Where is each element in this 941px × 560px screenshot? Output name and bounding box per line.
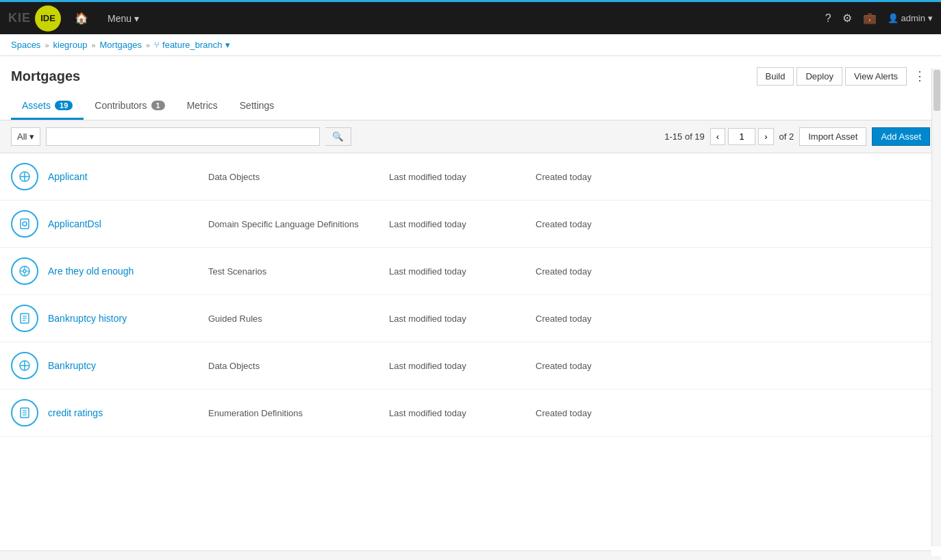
kie-logo: KIE IDE bbox=[8, 5, 61, 31]
asset-type: Test Scenarios bbox=[208, 266, 379, 277]
asset-name[interactable]: Applicant bbox=[48, 171, 199, 182]
svg-point-6 bbox=[23, 270, 26, 272]
search-button[interactable]: 🔍 bbox=[325, 127, 351, 146]
asset-type: Data Objects bbox=[208, 172, 379, 182]
tab-assets-badge: 19 bbox=[55, 101, 73, 110]
asset-created: Created today bbox=[536, 219, 592, 229]
horizontal-scrollbar[interactable] bbox=[0, 550, 931, 556]
kie-text: KIE bbox=[8, 11, 31, 25]
tabs-bar: Assets 19 Contributors 1 Metrics Setting… bbox=[0, 93, 941, 120]
search-input[interactable] bbox=[46, 127, 320, 146]
asset-created: Created today bbox=[536, 266, 592, 277]
prev-page-button[interactable]: ‹ bbox=[710, 128, 725, 145]
list-item: Bankruptcy history Guided Rules Last mod… bbox=[0, 295, 941, 342]
tab-contributors[interactable]: Contributors 1 bbox=[84, 93, 175, 120]
branch-chevron-icon: ▾ bbox=[225, 40, 230, 50]
list-item: ApplicantDsl Domain Specific Language De… bbox=[0, 201, 941, 248]
deploy-button[interactable]: Deploy bbox=[796, 67, 842, 86]
breadcrumb-sep-3: » bbox=[146, 41, 150, 49]
page-input[interactable] bbox=[728, 128, 755, 145]
asset-modified: Last modified today bbox=[389, 219, 526, 229]
tab-contributors-label: Contributors bbox=[95, 100, 147, 111]
build-button[interactable]: Build bbox=[757, 67, 794, 86]
briefcase-icon[interactable]: 💼 bbox=[863, 12, 877, 25]
breadcrumb-sep-1: » bbox=[45, 41, 49, 49]
ide-badge: IDE bbox=[35, 5, 61, 31]
breadcrumb-branch[interactable]: ⑂ feature_branch ▾ bbox=[154, 40, 229, 50]
page-title: Mortgages bbox=[11, 68, 80, 84]
branch-icon: ⑂ bbox=[154, 40, 160, 50]
tab-assets[interactable]: Assets 19 bbox=[11, 93, 84, 120]
asset-modified: Last modified today bbox=[389, 314, 526, 324]
breadcrumb-spaces[interactable]: Spaces bbox=[11, 40, 40, 50]
menu-button[interactable]: Menu ▾ bbox=[102, 10, 145, 27]
search-icon: 🔍 bbox=[332, 131, 344, 142]
user-chevron-icon: ▾ bbox=[928, 13, 933, 23]
asset-icon-guided-rule bbox=[11, 305, 38, 332]
page-nav: ‹ › bbox=[710, 128, 774, 145]
tab-metrics-label: Metrics bbox=[187, 100, 218, 111]
asset-name[interactable]: Bankruptcy bbox=[48, 360, 199, 371]
menu-chevron-icon: ▾ bbox=[134, 13, 139, 24]
tab-settings[interactable]: Settings bbox=[229, 93, 286, 120]
header-buttons: Build Deploy View Alerts ⋮ bbox=[757, 66, 930, 86]
import-asset-button[interactable]: Import Asset bbox=[799, 127, 866, 146]
scrollbar-thumb[interactable] bbox=[933, 70, 940, 111]
main-content: Mortgages Build Deploy View Alerts ⋮ Ass… bbox=[0, 56, 941, 556]
asset-created: Created today bbox=[536, 314, 592, 324]
user-icon: 👤 bbox=[888, 13, 899, 23]
filter-bar: All ▾ 🔍 1-15 of 19 ‹ › of 2 Import Asset… bbox=[0, 120, 941, 153]
help-icon[interactable]: ? bbox=[825, 12, 831, 25]
of-pages: of 2 bbox=[779, 131, 794, 142]
asset-list: Applicant Data Objects Last modified tod… bbox=[0, 153, 941, 556]
asset-type: Domain Specific Language Definitions bbox=[208, 219, 379, 229]
svg-point-4 bbox=[23, 222, 27, 226]
asset-icon-data-object bbox=[11, 163, 38, 190]
asset-name[interactable]: Are they old enough bbox=[48, 266, 199, 277]
list-item: credit ratings Enumeration Definitions L… bbox=[0, 390, 941, 437]
list-item: Bankruptcy Data Objects Last modified to… bbox=[0, 342, 941, 390]
breadcrumb-kiegroup[interactable]: kiegroup bbox=[53, 40, 88, 50]
asset-type: Enumeration Definitions bbox=[208, 408, 379, 418]
scrollbar-track[interactable] bbox=[931, 68, 941, 546]
asset-modified: Last modified today bbox=[389, 408, 526, 418]
asset-modified: Last modified today bbox=[389, 266, 526, 277]
tab-assets-label: Assets bbox=[22, 100, 51, 111]
user-menu[interactable]: 👤 admin ▾ bbox=[888, 13, 933, 23]
list-item: Applicant Data Objects Last modified tod… bbox=[0, 153, 941, 201]
asset-icon-test bbox=[11, 257, 38, 285]
settings-icon[interactable]: ⚙ bbox=[842, 12, 852, 25]
asset-type: Data Objects bbox=[208, 361, 379, 371]
svg-rect-3 bbox=[21, 219, 29, 229]
tab-metrics[interactable]: Metrics bbox=[176, 93, 229, 120]
user-name: admin bbox=[901, 13, 925, 23]
filter-chevron-icon: ▾ bbox=[29, 131, 34, 142]
asset-icon-data-object-2 bbox=[11, 352, 38, 379]
asset-icon-dsl bbox=[11, 210, 38, 238]
asset-name[interactable]: credit ratings bbox=[48, 407, 199, 418]
filter-label: All bbox=[17, 131, 27, 142]
asset-created: Created today bbox=[536, 361, 592, 371]
breadcrumb-bar: Spaces » kiegroup » Mortgages » ⑂ featur… bbox=[0, 34, 941, 56]
asset-name[interactable]: Bankruptcy history bbox=[48, 313, 199, 324]
home-button[interactable]: 🏠 bbox=[69, 9, 94, 27]
list-item: Are they old enough Test Scenarios Last … bbox=[0, 248, 941, 295]
asset-name[interactable]: ApplicantDsl bbox=[48, 218, 199, 229]
branch-name: feature_branch bbox=[162, 40, 222, 50]
tab-contributors-badge: 1 bbox=[151, 101, 165, 110]
add-asset-button[interactable]: Add Asset bbox=[872, 127, 930, 146]
pagination-info: 1-15 of 19 bbox=[664, 131, 705, 142]
tab-settings-label: Settings bbox=[240, 100, 275, 111]
menu-label: Menu bbox=[108, 13, 131, 24]
asset-icon-enum bbox=[11, 399, 38, 427]
asset-modified: Last modified today bbox=[389, 172, 526, 182]
view-alerts-button[interactable]: View Alerts bbox=[845, 67, 907, 86]
asset-modified: Last modified today bbox=[389, 361, 526, 371]
more-options-button[interactable]: ⋮ bbox=[909, 66, 930, 86]
next-page-button[interactable]: › bbox=[758, 128, 773, 145]
filter-dropdown[interactable]: All ▾ bbox=[11, 127, 40, 146]
asset-type: Guided Rules bbox=[208, 314, 379, 324]
topbar: KIE IDE 🏠 Menu ▾ ? ⚙ 💼 👤 admin ▾ bbox=[0, 0, 941, 34]
breadcrumb-mortgages[interactable]: Mortgages bbox=[100, 40, 142, 50]
breadcrumb-sep-2: » bbox=[91, 41, 95, 49]
